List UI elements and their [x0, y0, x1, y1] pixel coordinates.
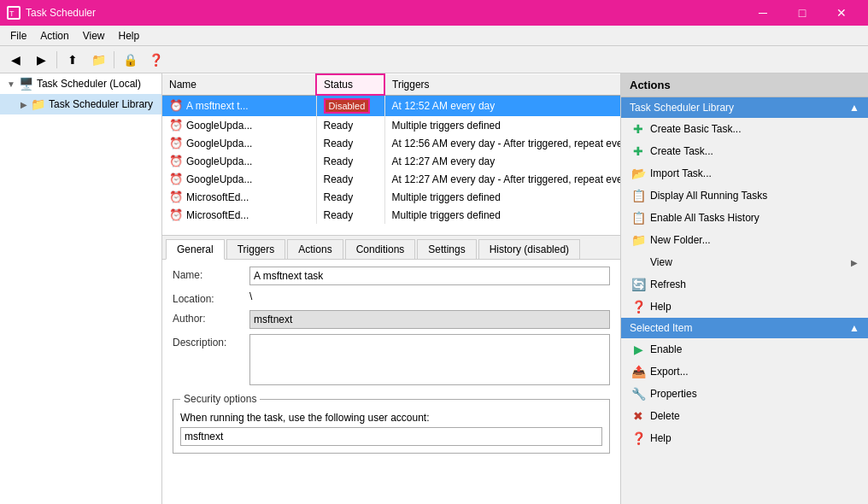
window-controls[interactable]: ─ □ ✕ — [743, 0, 861, 26]
tab-triggers[interactable]: Triggers — [226, 239, 286, 259]
cell-triggers: At 12:52 AM every day — [384, 95, 620, 116]
help-icon: ❓ — [631, 300, 645, 314]
action-label-folder: New Folder... — [650, 234, 711, 246]
right-panel: Actions Task Scheduler Library ▲ ✚ Creat… — [620, 73, 868, 504]
cell-name: ⏰MicrosoftEd... — [162, 206, 316, 224]
tree-item-local[interactable]: ▼ 🖥️ Task Scheduler (Local) — [0, 73, 161, 94]
refresh-icon: 🔄 — [631, 278, 645, 291]
action-new-folder[interactable]: 📁 New Folder... — [621, 229, 868, 251]
action-view[interactable]: View ▶ — [621, 251, 868, 273]
menu-help[interactable]: Help — [112, 26, 147, 45]
cell-triggers: At 12:27 AM every day - After triggered,… — [384, 170, 620, 188]
table-row[interactable]: ⏰MicrosoftEd...ReadyMultiple triggers de… — [162, 188, 620, 206]
author-input[interactable] — [249, 310, 610, 329]
toolbar-sep-1 — [56, 51, 57, 68]
folder-new-icon: 📁 — [631, 233, 645, 247]
author-value — [249, 310, 610, 329]
action-enable-history[interactable]: 📋 Enable All Tasks History — [621, 207, 868, 229]
cell-triggers: Multiple triggers defined — [384, 116, 620, 134]
toolbar-up[interactable]: ⬆ — [61, 49, 85, 71]
action-enable[interactable]: ▶ Enable — [621, 338, 868, 360]
cell-triggers: At 12:27 AM every day — [384, 152, 620, 170]
col-status[interactable]: Status — [316, 74, 384, 95]
cell-name: ⏰GoogleUpda... — [162, 170, 316, 188]
menu-file[interactable]: File — [3, 26, 33, 45]
action-properties[interactable]: 🔧 Properties — [621, 383, 868, 405]
menu-view[interactable]: View — [76, 26, 112, 45]
cell-status: Ready — [316, 134, 384, 152]
name-label: Name: — [173, 267, 249, 281]
section-label-library: Task Scheduler Library — [630, 102, 734, 114]
location-value: \ — [249, 290, 610, 302]
col-triggers[interactable]: Triggers — [384, 74, 620, 95]
table-row[interactable]: ⏰GoogleUpda...ReadyAt 12:27 AM every day — [162, 152, 620, 170]
export-icon: 📤 — [631, 365, 645, 378]
tree-label-library: Task Scheduler Library — [49, 98, 153, 110]
location-text: \ — [249, 290, 252, 302]
action-label-help-library: Help — [650, 301, 672, 313]
center-panel: Name Status Triggers ⏰A msftnext t...Dis… — [162, 73, 620, 504]
enable-icon: ▶ — [631, 343, 645, 356]
toolbar-lock[interactable]: 🔒 — [118, 49, 142, 71]
toolbar-folder[interactable]: 📁 — [86, 49, 110, 71]
description-textarea[interactable] — [249, 334, 610, 385]
action-label-export: Export... — [650, 366, 689, 378]
menu-action[interactable]: Action — [33, 26, 75, 45]
tab-actions[interactable]: Actions — [287, 239, 343, 259]
action-label-refresh: Refresh — [650, 278, 686, 290]
minimize-button[interactable]: ─ — [743, 0, 783, 26]
cell-name: ⏰GoogleUpda... — [162, 134, 316, 152]
tab-settings[interactable]: Settings — [417, 239, 476, 259]
action-help-selected[interactable]: ❓ Help — [621, 427, 868, 449]
table-row[interactable]: ⏰GoogleUpda...ReadyAt 12:27 AM every day… — [162, 170, 620, 188]
action-label-delete: Delete — [650, 410, 680, 422]
table-row[interactable]: ⏰A msftnext t...DisabledAt 12:52 AM ever… — [162, 95, 620, 116]
app-icon: T — [7, 6, 21, 20]
cell-name: ⏰MicrosoftEd... — [162, 188, 316, 206]
tree-item-library[interactable]: ▶ 📁 Task Scheduler Library — [0, 94, 161, 114]
form-row-description: Description: — [173, 334, 610, 388]
cell-status: Ready — [316, 206, 384, 224]
add-icon: ✚ — [631, 122, 645, 136]
toolbar-forward[interactable]: ▶ — [29, 49, 53, 71]
maximize-button[interactable]: □ — [783, 0, 822, 26]
name-input[interactable] — [249, 267, 610, 285]
tab-conditions[interactable]: Conditions — [345, 239, 416, 259]
action-help-library[interactable]: ❓ Help — [621, 296, 868, 318]
action-delete[interactable]: ✖ Delete — [621, 405, 868, 427]
view-icon — [631, 255, 645, 269]
tab-general[interactable]: General — [166, 239, 225, 260]
import-icon: 📂 — [631, 167, 645, 180]
table-row[interactable]: ⏰MicrosoftEd...ReadyMultiple triggers de… — [162, 206, 620, 224]
section-header-selected[interactable]: Selected Item ▲ — [621, 318, 868, 338]
security-account-input[interactable] — [180, 427, 602, 446]
toolbar-back[interactable]: ◀ — [3, 49, 27, 71]
tab-history[interactable]: History (disabled) — [478, 239, 580, 259]
action-label-create-task: Create Task... — [650, 145, 713, 157]
cell-name: ⏰GoogleUpda... — [162, 116, 316, 134]
collapse-icon-library: ▲ — [849, 102, 859, 114]
cell-status: Ready — [316, 170, 384, 188]
actions-header: Actions — [621, 73, 868, 97]
action-label-history: Enable All Tasks History — [650, 212, 760, 224]
action-import[interactable]: 📂 Import Task... — [621, 162, 868, 185]
action-create-task[interactable]: ✚ Create Task... — [621, 140, 868, 162]
table-row[interactable]: ⏰GoogleUpda...ReadyMultiple triggers def… — [162, 116, 620, 134]
location-label: Location: — [173, 290, 249, 305]
display-icon: 📋 — [631, 189, 645, 202]
col-name[interactable]: Name — [162, 74, 316, 95]
app-title: Task Scheduler — [26, 7, 96, 19]
task-table: Name Status Triggers ⏰A msftnext t...Dis… — [162, 73, 620, 224]
action-export[interactable]: 📤 Export... — [621, 360, 868, 383]
toolbar-help[interactable]: ❓ — [144, 49, 167, 71]
action-refresh[interactable]: 🔄 Refresh — [621, 273, 868, 296]
table-row[interactable]: ⏰GoogleUpda...ReadyAt 12:56 AM every day… — [162, 134, 620, 152]
table-scroll[interactable]: Name Status Triggers ⏰A msftnext t...Dis… — [162, 73, 620, 235]
form-row-author: Author: — [173, 310, 610, 329]
action-create-basic[interactable]: ✚ Create Basic Task... — [621, 118, 868, 140]
action-label-display: Display All Running Tasks — [650, 190, 767, 202]
close-button[interactable]: ✕ — [822, 0, 861, 26]
section-header-library[interactable]: Task Scheduler Library ▲ — [621, 97, 868, 118]
cell-name: ⏰A msftnext t... — [162, 95, 316, 116]
action-display-running[interactable]: 📋 Display All Running Tasks — [621, 185, 868, 207]
